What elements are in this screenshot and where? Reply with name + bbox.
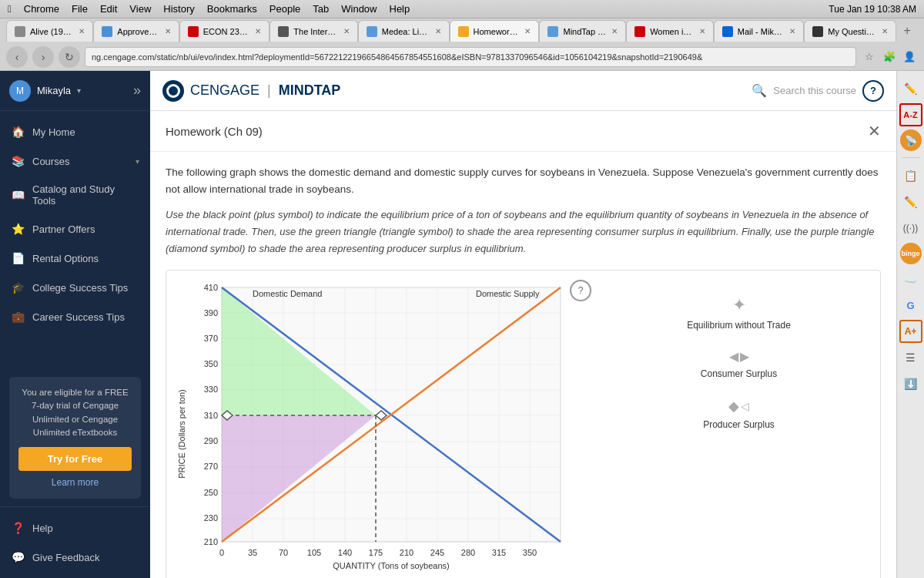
- pencil-toolbar-button[interactable]: ✏️: [899, 77, 922, 100]
- address-input[interactable]: [85, 47, 856, 67]
- tab-alive[interactable]: Alive (199... ✕: [6, 20, 93, 42]
- tab-label: Approved...: [117, 27, 159, 36]
- tab-questions[interactable]: My Questio... ✕: [804, 20, 896, 42]
- sidebar-item-college-success[interactable]: 🎓 College Success Tips: [0, 273, 150, 302]
- tab-close[interactable]: ✕: [524, 27, 531, 35]
- tab-approved[interactable]: Approved... ✕: [93, 20, 179, 42]
- tab-women[interactable]: Women in... ✕: [626, 20, 714, 42]
- view-menu[interactable]: View: [129, 3, 151, 15]
- wifi-toolbar-button[interactable]: ((·)): [899, 217, 922, 240]
- svg-text:310: 310: [204, 411, 218, 420]
- search-icon[interactable]: 🔍: [752, 83, 767, 98]
- tab-favicon: [15, 26, 25, 37]
- window-menu[interactable]: Window: [341, 3, 377, 15]
- graph-container: ?: [166, 270, 881, 578]
- tab-label: Homework...: [474, 27, 521, 36]
- help-circle-button[interactable]: ?: [862, 80, 884, 102]
- svg-text:140: 140: [338, 548, 352, 557]
- tab-close[interactable]: ✕: [255, 27, 261, 35]
- tab-close[interactable]: ✕: [699, 27, 705, 35]
- profile-icon[interactable]: 👤: [901, 49, 918, 66]
- svg-text:250: 250: [204, 488, 218, 497]
- tab-mindtap[interactable]: MindTap -... ✕: [539, 20, 626, 42]
- back-button[interactable]: ‹: [6, 46, 28, 68]
- sidebar-item-catalog[interactable]: 📖 Catalog and Study Tools: [0, 176, 150, 214]
- tab-econ[interactable]: ECON 230... ✕: [179, 20, 270, 42]
- tab-favicon: [722, 26, 733, 37]
- economic-graph[interactable]: 410 390 370 350 330 310 290 270 250 230 …: [176, 280, 591, 573]
- learn-more-link[interactable]: Learn more: [18, 476, 132, 489]
- forward-button[interactable]: ›: [32, 46, 54, 68]
- search-area: 🔍 Search this course ?: [752, 80, 884, 102]
- mindtap-label: MINDTAP: [279, 82, 341, 99]
- edit-menu[interactable]: Edit: [100, 3, 117, 15]
- cengage-logo-inner: [166, 84, 180, 98]
- tab-label: ECON 230...: [203, 27, 251, 36]
- new-tab-button[interactable]: +: [896, 20, 918, 42]
- extension-icon[interactable]: 🧩: [881, 49, 898, 66]
- tab-close[interactable]: ✕: [882, 27, 888, 35]
- rss-toolbar-button[interactable]: 📡: [900, 129, 922, 151]
- people-menu[interactable]: People: [270, 3, 300, 15]
- file-menu[interactable]: File: [72, 3, 88, 15]
- tab-close[interactable]: ✕: [165, 27, 171, 35]
- tab-close[interactable]: ✕: [611, 27, 618, 35]
- sidebar-item-help[interactable]: ❓ Help: [0, 513, 150, 543]
- homework-body: The following graph shows the domestic d…: [150, 152, 896, 578]
- bookmarks-menu[interactable]: Bookmarks: [207, 3, 257, 15]
- sidebar-item-feedback[interactable]: 💬 Give Feedback: [0, 543, 150, 572]
- svg-text:280: 280: [461, 548, 475, 557]
- tab-medea[interactable]: Medea: Lin... ✕: [358, 20, 450, 42]
- cengage-logo: CENGAGE | MINDTAP: [162, 80, 340, 102]
- svg-text:210: 210: [204, 537, 218, 546]
- google-toolbar-button[interactable]: G: [899, 294, 922, 317]
- bookmark-star-icon[interactable]: ☆: [861, 49, 878, 66]
- legend-equilibrium-label: Equilibrium without Trade: [687, 320, 791, 331]
- help-menu[interactable]: Help: [390, 3, 410, 15]
- close-button[interactable]: ✕: [868, 122, 881, 140]
- tab-close[interactable]: ✕: [789, 27, 795, 35]
- history-menu[interactable]: History: [163, 3, 194, 15]
- chevron-down-icon: ▾: [136, 157, 139, 166]
- svg-text:315: 315: [492, 548, 506, 557]
- binge-toolbar-button[interactable]: binge: [900, 243, 922, 264]
- tab-close[interactable]: ✕: [435, 27, 441, 35]
- sidebar-item-label: Rental Options: [32, 253, 99, 264]
- promo-text: You are eligible for a FREE 7-day trial …: [22, 388, 128, 437]
- apple-menu[interactable]: : [8, 3, 12, 15]
- tab-label: My Questio...: [828, 27, 877, 36]
- sidebar-item-label: Catalog and Study Tools: [32, 183, 139, 207]
- help-icon: ❓: [11, 521, 25, 535]
- az-toolbar-button[interactable]: A-Z: [899, 103, 922, 126]
- tab-menu[interactable]: Tab: [313, 3, 329, 15]
- tab-homework[interactable]: Homework... ✕: [450, 20, 540, 42]
- grade-toolbar-button[interactable]: A+: [899, 320, 922, 343]
- promo-box: You are eligible for a FREE 7-day trial …: [9, 377, 141, 499]
- svg-text:0: 0: [219, 548, 224, 557]
- tab-mail[interactable]: Mail - Mika... ✕: [714, 20, 805, 42]
- sidebar: M Mikayla ▾ » 🏠 My Home 📚 Courses ▾ 📖 Ca…: [0, 71, 150, 578]
- tab-close[interactable]: ✕: [343, 27, 350, 35]
- try-for-free-button[interactable]: Try for Free: [18, 447, 132, 471]
- chrome-menu[interactable]: Chrome: [24, 3, 59, 15]
- sidebar-item-courses[interactable]: 📚 Courses ▾: [0, 146, 150, 176]
- sidebar-collapse-button[interactable]: »: [133, 82, 141, 99]
- svg-text:245: 245: [430, 548, 444, 557]
- download-toolbar-button[interactable]: ⬇️: [899, 372, 922, 395]
- sidebar-item-my-home[interactable]: 🏠 My Home: [0, 117, 150, 146]
- sidebar-item-rental-options[interactable]: 📄 Rental Options: [0, 244, 150, 273]
- refresh-button[interactable]: ↻: [59, 46, 80, 68]
- right-toolbar: ✏️ A-Z 📡 📋 ✏️ ((·)) binge ☁️ G A+ ☰ ⬇️: [896, 71, 924, 578]
- menu-toolbar-button[interactable]: ☰: [899, 346, 922, 369]
- cloud-toolbar-button[interactable]: ☁️: [899, 267, 922, 291]
- homework-title: Homework (Ch 09): [166, 125, 263, 138]
- sidebar-item-career-success[interactable]: 💼 Career Success Tips: [0, 302, 150, 331]
- sidebar-item-label: Help: [32, 523, 53, 534]
- sidebar-item-label: Give Feedback: [32, 552, 99, 563]
- toolbar-separator: [902, 157, 920, 158]
- edit-toolbar-button[interactable]: ✏️: [899, 190, 922, 213]
- tab-intern[interactable]: The Intern... ✕: [270, 20, 358, 42]
- book-toolbar-button[interactable]: 📋: [899, 164, 922, 187]
- tab-close[interactable]: ✕: [79, 27, 85, 35]
- sidebar-item-partner-offers[interactable]: ⭐ Partner Offers: [0, 214, 150, 244]
